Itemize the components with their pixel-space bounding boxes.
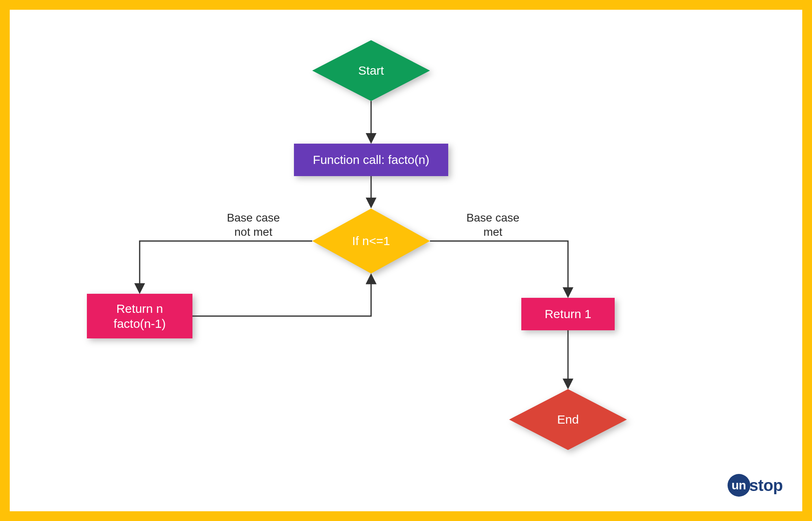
return-one-label: Return 1 bbox=[544, 306, 591, 322]
brand-logo-stop: stop bbox=[749, 476, 783, 495]
end-node: End bbox=[509, 389, 627, 450]
diagram-frame: Start Function call: facto(n) If n<=1 Re… bbox=[0, 0, 812, 521]
function-call-label: Function call: facto(n) bbox=[313, 152, 430, 168]
brand-logo-disc: un bbox=[728, 474, 750, 497]
brand-logo: un stop bbox=[728, 474, 783, 497]
return-one-node: Return 1 bbox=[521, 298, 615, 330]
start-node: Start bbox=[312, 40, 430, 101]
svg-marker-0 bbox=[312, 40, 430, 101]
function-call-node: Function call: facto(n) bbox=[294, 144, 448, 176]
svg-marker-2 bbox=[509, 389, 627, 450]
svg-marker-1 bbox=[312, 209, 430, 273]
edge-label-met: Base case met bbox=[452, 211, 533, 239]
edge-label-not-met: Base case not met bbox=[213, 211, 294, 239]
decision-node: If n<=1 bbox=[312, 209, 430, 273]
brand-logo-un: un bbox=[732, 478, 746, 492]
return-recursive-node: Return n facto(n-1) bbox=[87, 294, 192, 338]
return-recursive-label: Return n facto(n-1) bbox=[114, 301, 166, 332]
